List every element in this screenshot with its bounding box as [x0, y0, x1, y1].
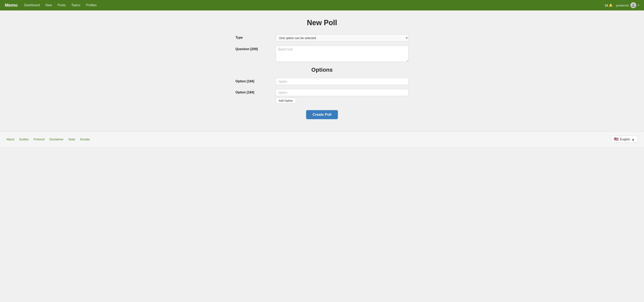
footer-link-donate[interactable]: Donate	[80, 138, 90, 141]
question-label: Question [209]	[236, 46, 276, 51]
type-label: Type	[236, 34, 276, 40]
language-selector[interactable]: 🇺🇸 English ▲	[611, 136, 638, 143]
notification-area[interactable]: 15 🔔	[605, 4, 613, 7]
flag-icon: 🇺🇸	[614, 137, 618, 141]
nav-link-profiles[interactable]: Profiles	[86, 4, 96, 7]
option1-input[interactable]	[276, 78, 408, 85]
chevron-up-icon: ▲	[632, 138, 634, 141]
add-option-button[interactable]: Add Option	[276, 98, 296, 104]
footer-link-stats[interactable]: Stats	[68, 138, 75, 141]
navbar: Memo Dashboard New Posts Topics Profiles…	[0, 0, 644, 10]
svg-point-0	[632, 4, 634, 5]
main-container: New Poll Type One option can be selected…	[232, 10, 412, 131]
footer-links: About Guides Protocol Disclaimer Stats D…	[6, 138, 90, 141]
option1-row: Option [184]	[236, 78, 408, 85]
bell-icon: 🔔	[609, 4, 613, 7]
question-input[interactable]	[276, 46, 408, 62]
option1-wrap	[276, 78, 408, 85]
nav-link-topics[interactable]: Topics	[71, 4, 80, 7]
option1-label: Option [184]	[236, 78, 276, 83]
avatar	[630, 2, 636, 8]
option2-label: Option [184]	[236, 89, 276, 94]
notif-count: 15	[605, 4, 608, 7]
page-title: New Poll	[236, 18, 408, 27]
language-label: English	[620, 138, 630, 141]
footer-link-protocol[interactable]: Protocol	[34, 138, 45, 141]
footer-link-about[interactable]: About	[6, 138, 14, 141]
question-wrap	[276, 46, 408, 62]
navbar-brand[interactable]: Memo	[5, 2, 18, 8]
option2-row: Option [184] Add Option	[236, 89, 408, 104]
options-title: Options	[236, 67, 408, 73]
user-area[interactable]: posternut ▾	[616, 2, 639, 8]
navbar-links: Dashboard New Posts Topics Profiles	[24, 4, 605, 7]
nav-link-new[interactable]: New	[46, 4, 52, 7]
type-select[interactable]: One option can be selected Multiple opti…	[276, 34, 408, 42]
footer: About Guides Protocol Disclaimer Stats D…	[0, 131, 644, 147]
option2-input[interactable]	[276, 89, 408, 96]
username: posternut	[616, 4, 629, 7]
option2-wrap: Add Option	[276, 89, 408, 104]
navbar-right: 15 🔔 posternut ▾	[605, 2, 639, 8]
type-row: Type One option can be selected Multiple…	[236, 34, 408, 42]
type-select-wrap: One option can be selected Multiple opti…	[276, 34, 408, 42]
question-row: Question [209]	[236, 46, 408, 62]
create-poll-button[interactable]: Create Poll	[306, 110, 338, 119]
footer-link-guides[interactable]: Guides	[19, 138, 29, 141]
chevron-down-icon: ▾	[638, 4, 639, 7]
nav-link-posts[interactable]: Posts	[58, 4, 66, 7]
nav-link-dashboard[interactable]: Dashboard	[24, 4, 40, 7]
footer-link-disclaimer[interactable]: Disclaimer	[50, 138, 64, 141]
